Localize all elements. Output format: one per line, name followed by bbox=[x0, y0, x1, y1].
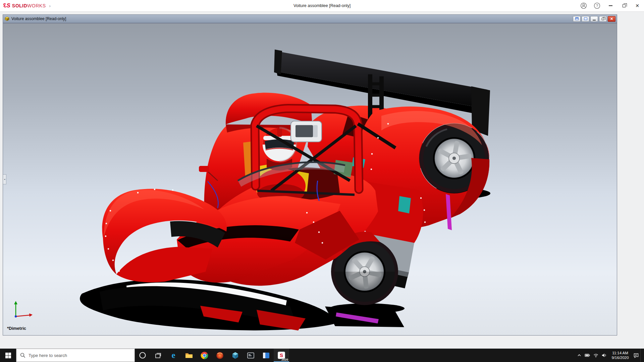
chevron-up-icon bbox=[577, 353, 582, 358]
coordinate-triad bbox=[11, 300, 35, 322]
help-icon: ? bbox=[594, 2, 600, 9]
center-mirror[interactable] bbox=[291, 121, 322, 142]
solidworks-logo[interactable]: 3S SOLIDWORKS bbox=[0, 2, 46, 9]
action-center-button[interactable] bbox=[632, 349, 640, 362]
round-red-app-icon bbox=[216, 351, 224, 360]
search-icon bbox=[20, 353, 25, 358]
window-pane-icon bbox=[575, 17, 579, 20]
taskbar-app-dark-window[interactable] bbox=[243, 349, 258, 362]
app-title: Voiture assomblee [Read-only] bbox=[0, 3, 644, 8]
tray-battery-button[interactable] bbox=[583, 349, 592, 362]
windows-logo-icon bbox=[5, 353, 11, 358]
wifi-icon bbox=[593, 353, 599, 358]
file-explorer-icon bbox=[185, 351, 193, 360]
cortana-icon bbox=[139, 351, 147, 359]
taskbar-app-edge[interactable]: e bbox=[166, 349, 181, 362]
system-tray: 11:14 AM 9/16/2020 bbox=[575, 349, 644, 362]
solidworks-wordmark: SOLIDWORKS bbox=[12, 3, 46, 8]
document-window: Voiture assomblee [Read-only] ✕ bbox=[3, 14, 617, 336]
speaker-icon bbox=[601, 353, 607, 358]
close-icon: ✕ bbox=[635, 3, 639, 8]
help-button[interactable]: ? bbox=[590, 0, 604, 12]
doc-close-button[interactable]: ✕ bbox=[608, 16, 615, 22]
restore-icon bbox=[623, 4, 626, 7]
clock-date: 9/16/2020 bbox=[609, 355, 631, 360]
taskbar-app-cube[interactable] bbox=[227, 349, 243, 362]
taskbar-clock[interactable]: 11:14 AM 9/16/2020 bbox=[608, 351, 632, 360]
doc-view-button-2[interactable] bbox=[582, 16, 589, 22]
doc-view-button-1[interactable] bbox=[573, 16, 581, 22]
battery-icon bbox=[585, 353, 590, 358]
cortana-button[interactable] bbox=[135, 349, 150, 362]
taskbar-search-input[interactable]: Type here to search bbox=[16, 349, 135, 362]
assembly-document-icon bbox=[4, 16, 10, 21]
taskbar-app-round-red[interactable] bbox=[212, 349, 227, 362]
notification-icon bbox=[633, 353, 639, 358]
menu-expand-arrow-icon[interactable]: › bbox=[49, 3, 50, 8]
wing-endplate-left bbox=[274, 50, 282, 74]
tray-network-button[interactable] bbox=[592, 349, 600, 362]
svg-text:?: ? bbox=[596, 4, 598, 8]
panel-collapse-tab[interactable]: ◂ bbox=[3, 174, 6, 184]
taskbar-app-blue-window[interactable] bbox=[258, 349, 274, 362]
restore-icon bbox=[602, 18, 604, 20]
close-button[interactable]: ✕ bbox=[631, 0, 644, 12]
tray-volume-button[interactable] bbox=[600, 349, 608, 362]
chrome-icon bbox=[200, 351, 209, 360]
minimize-button[interactable] bbox=[604, 0, 617, 12]
account-button[interactable] bbox=[577, 0, 590, 12]
blue-window-app-icon bbox=[262, 351, 270, 360]
taskbar-app-file-explorer[interactable] bbox=[181, 349, 197, 362]
dassault-3ds-icon: 3S bbox=[3, 2, 10, 9]
edge-icon: e bbox=[169, 351, 178, 360]
svg-text:S: S bbox=[280, 352, 283, 358]
start-button[interactable] bbox=[0, 349, 16, 362]
search-placeholder: Type here to search bbox=[29, 353, 67, 358]
user-icon bbox=[580, 2, 587, 9]
task-view-button[interactable] bbox=[150, 349, 166, 362]
svg-text:e: e bbox=[171, 351, 175, 360]
cube-app-icon bbox=[231, 351, 239, 360]
taskbar-app-solidworks[interactable]: S 2020 bbox=[274, 349, 289, 362]
show-desktop-button[interactable] bbox=[640, 349, 642, 362]
tray-chevron-button[interactable] bbox=[575, 349, 583, 362]
restore-button[interactable] bbox=[617, 0, 631, 12]
task-view-icon bbox=[155, 352, 162, 359]
side-mirror bbox=[199, 166, 209, 172]
graphics-viewport[interactable]: *Dimetric ◂ bbox=[3, 23, 617, 335]
document-title: Voiture assomblee [Read-only] bbox=[11, 16, 66, 21]
race-car-model[interactable] bbox=[3, 23, 617, 335]
view-orientation-label: *Dimetric bbox=[7, 326, 26, 331]
solidworks-version-badge: 2020 bbox=[281, 358, 288, 361]
taskbar: Type here to search e bbox=[0, 349, 644, 362]
app-workspace: Voiture assomblee [Read-only] ✕ bbox=[0, 12, 644, 349]
clock-time: 11:14 AM bbox=[609, 351, 631, 355]
document-titlebar[interactable]: Voiture assomblee [Read-only] ✕ bbox=[3, 15, 617, 23]
chevron-left-icon: ◂ bbox=[4, 178, 5, 181]
doc-minimize-button[interactable] bbox=[590, 16, 598, 22]
screen: 3S SOLIDWORKS › Voiture assomblee [Read-… bbox=[0, 0, 644, 362]
app-titlebar: 3S SOLIDWORKS › Voiture assomblee [Read-… bbox=[0, 0, 644, 12]
taskbar-app-chrome[interactable] bbox=[197, 349, 212, 362]
dark-window-app-icon bbox=[247, 351, 255, 360]
side-window bbox=[398, 196, 411, 214]
window-frame-icon bbox=[584, 17, 587, 20]
minimize-icon bbox=[593, 20, 596, 20]
minimize-icon bbox=[609, 5, 612, 6]
close-icon: ✕ bbox=[610, 17, 613, 21]
doc-restore-button[interactable] bbox=[599, 16, 607, 22]
